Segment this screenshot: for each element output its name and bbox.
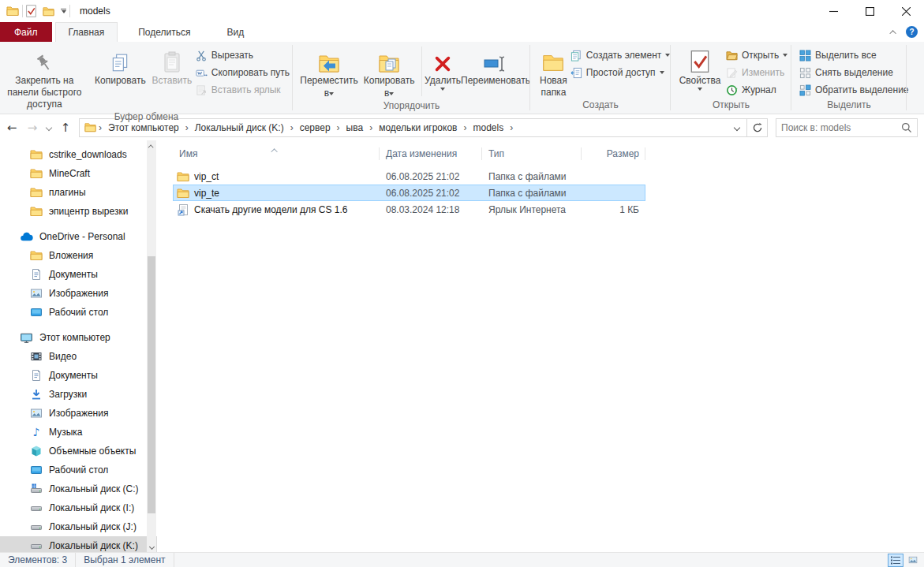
collapse-ribbon-icon[interactable] bbox=[889, 30, 896, 36]
open-button[interactable]: Открыть bbox=[723, 47, 791, 64]
copy-button[interactable]: Копировать bbox=[89, 43, 152, 87]
refresh-button[interactable] bbox=[747, 118, 768, 137]
downloads-icon bbox=[30, 388, 43, 401]
select-all-button[interactable]: Выделить все bbox=[796, 47, 912, 64]
group-label-select: Выделить bbox=[791, 99, 907, 114]
status-divider bbox=[174, 553, 174, 567]
cut-button[interactable]: Вырезать bbox=[193, 47, 293, 64]
scrollbar-thumb[interactable] bbox=[148, 256, 155, 513]
maximize-button[interactable] bbox=[851, 0, 888, 22]
sidebar-item-videos[interactable]: Видео bbox=[0, 347, 157, 366]
breadcrumb-separator: › bbox=[461, 122, 469, 133]
column-headers: Имя Дата изменения Тип Размер bbox=[173, 142, 924, 166]
group-label-organize: Упорядочить bbox=[293, 99, 530, 114]
close-button[interactable] bbox=[888, 0, 924, 22]
rename-button[interactable]: Переименовать bbox=[461, 43, 530, 87]
scroll-down-icon[interactable] bbox=[147, 541, 156, 552]
easy-access-icon bbox=[570, 67, 582, 79]
sidebar-item-onedrive[interactable]: OneDrive - Personal bbox=[0, 227, 157, 246]
view-toggle-buttons bbox=[888, 554, 924, 567]
folder-icon bbox=[177, 170, 189, 183]
file-row-vip-te[interactable]: vip_te 06.08.2025 21:02 Папка с файлами bbox=[173, 185, 645, 201]
column-header-date[interactable]: Дата изменения bbox=[380, 142, 482, 166]
computer-icon bbox=[20, 331, 33, 345]
new-folder-button[interactable]: Новая папка bbox=[540, 43, 567, 99]
history-button[interactable]: Журнал bbox=[723, 81, 791, 99]
sidebar-item-documents[interactable]: Документы bbox=[0, 265, 157, 284]
easy-access-button[interactable]: Простой доступ bbox=[567, 64, 674, 81]
properties-button[interactable]: Свойства bbox=[677, 43, 723, 91]
help-icon[interactable]: ? bbox=[906, 26, 918, 38]
folder-icon bbox=[30, 148, 43, 161]
sidebar-item-pictures[interactable]: Изображения bbox=[0, 284, 157, 303]
window-title: models bbox=[80, 6, 110, 17]
new-item-icon bbox=[570, 50, 582, 62]
paste-shortcut-button: Вставить ярлык bbox=[193, 81, 293, 99]
sidebar-item-cstrike-downloads[interactable]: cstrike_downloads bbox=[0, 145, 157, 164]
sidebar-item-minecraft[interactable]: MineCraft bbox=[0, 164, 157, 183]
copy-path-button[interactable]: Скопировать путь bbox=[193, 64, 293, 81]
open-small-buttons: Открыть Изменить Журнал bbox=[723, 43, 791, 99]
copy-to-button[interactable]: Копировать в bbox=[359, 43, 419, 99]
qat-new-folder-icon[interactable] bbox=[43, 6, 54, 17]
status-bar: Элементов: 3 Выбран 1 элемент bbox=[0, 552, 924, 567]
sidebar-item-plugins[interactable]: плагины bbox=[0, 183, 157, 202]
file-row-download-models-link[interactable]: Скачать другие модели для CS 1.6 08.03.2… bbox=[173, 201, 645, 218]
tab-view[interactable]: Вид bbox=[214, 22, 256, 42]
select-none-button[interactable]: Снять выделение bbox=[796, 64, 912, 81]
pin-to-quick-access-button[interactable]: Закрепить на панели быстрого доступа bbox=[0, 43, 89, 110]
column-header-name[interactable]: Имя bbox=[173, 142, 380, 166]
history-icon bbox=[726, 84, 738, 96]
tab-home[interactable]: Главная bbox=[55, 22, 118, 42]
tab-share[interactable]: Поделиться bbox=[125, 22, 203, 42]
sidebar-item-attachments[interactable]: Вложения bbox=[0, 246, 157, 265]
breadcrumb-item-player-models[interactable]: модельки игроков bbox=[375, 119, 461, 136]
qat-properties-icon[interactable] bbox=[26, 5, 36, 17]
thumbnails-view-button[interactable] bbox=[905, 554, 921, 567]
sidebar-item-this-pc[interactable]: Этот компьютер bbox=[0, 328, 157, 347]
scroll-up-icon[interactable] bbox=[147, 140, 156, 151]
sidebar-item-epicentr[interactable]: эпицентр вырезки bbox=[0, 202, 157, 221]
sidebar-item-desktop[interactable]: Рабочий стол bbox=[0, 303, 157, 322]
column-header-type[interactable]: Тип bbox=[482, 142, 582, 166]
details-view-button[interactable] bbox=[888, 554, 903, 567]
tab-file[interactable]: Файл bbox=[0, 22, 52, 42]
select-small-buttons: Выделить все Снять выделение Обратить вы… bbox=[796, 43, 912, 99]
sidebar-item-disk-i[interactable]: Локальный диск (I:) bbox=[0, 498, 157, 517]
sidebar-item-documents-pc[interactable]: Документы bbox=[0, 366, 157, 385]
copy-path-icon bbox=[196, 67, 208, 79]
sidebar-item-disk-j[interactable]: Локальный диск (J:) bbox=[0, 517, 157, 536]
sidebar-item-3d-objects[interactable]: Объемные объекты bbox=[0, 442, 157, 461]
breadcrumb-item-models[interactable]: models bbox=[469, 119, 507, 136]
disk-icon bbox=[30, 520, 43, 533]
new-item-button[interactable]: Создать элемент bbox=[567, 47, 674, 64]
delete-button[interactable]: Удалить bbox=[425, 43, 461, 91]
ribbon-group-new: Новая папка Создать элемент Простой дост… bbox=[530, 42, 671, 114]
sidebar-scrollbar[interactable] bbox=[147, 140, 156, 552]
open-folder-icon bbox=[726, 50, 738, 62]
sidebar-item-music[interactable]: ♪Музыка bbox=[0, 423, 157, 442]
sidebar-item-desktop-pc[interactable]: Рабочий стол bbox=[0, 461, 157, 479]
sidebar-item-disk-k[interactable]: Локальный диск (K:) bbox=[0, 536, 157, 552]
sidebar-item-pictures-pc[interactable]: Изображения bbox=[0, 404, 157, 423]
qat-customize-button[interactable] bbox=[61, 9, 66, 13]
file-row-vip-ct[interactable]: vip_ct 06.08.2025 21:02 Папка с файлами bbox=[173, 168, 645, 185]
move-to-button[interactable]: Переместить в bbox=[299, 43, 359, 99]
minimize-button[interactable] bbox=[815, 0, 851, 22]
sidebar-item-downloads[interactable]: Загрузки bbox=[0, 385, 157, 404]
copy-icon bbox=[110, 45, 130, 75]
sidebar-item-disk-c[interactable]: Локальный диск (C:) bbox=[0, 479, 157, 498]
internet-shortcut-icon bbox=[177, 203, 189, 216]
dropdown-caret-icon bbox=[389, 92, 394, 95]
address-dropdown-button[interactable] bbox=[728, 119, 746, 136]
invert-selection-button[interactable]: Обратить выделение bbox=[796, 81, 912, 99]
folder-icon bbox=[30, 186, 43, 199]
breadcrumb-item-server[interactable]: сервер bbox=[296, 119, 335, 136]
search-icon[interactable] bbox=[901, 122, 912, 133]
search-input[interactable] bbox=[781, 122, 901, 133]
pin-icon bbox=[34, 45, 54, 75]
breadcrumb-item-yva[interactable]: ыва bbox=[342, 119, 368, 136]
folder-icon bbox=[30, 167, 43, 180]
3d-cube-icon bbox=[30, 445, 43, 457]
column-header-size[interactable]: Размер bbox=[582, 142, 645, 166]
